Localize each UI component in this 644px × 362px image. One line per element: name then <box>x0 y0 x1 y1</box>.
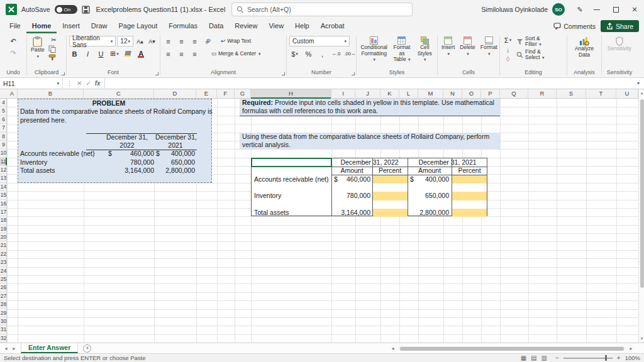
view-layout-icon[interactable]: ▤ <box>531 354 536 361</box>
ribbon-tab-file[interactable]: File <box>4 19 26 33</box>
font-color-button[interactable]: A <box>136 48 147 59</box>
merge-center-button[interactable]: ▭ Merge & Center ▾ <box>211 51 261 57</box>
redo-button[interactable]: ↷ <box>8 48 19 58</box>
search-box[interactable]: Search (Alt+Q) <box>231 3 413 16</box>
format-painter-button[interactable] <box>48 54 56 61</box>
column-header-P[interactable]: P <box>481 89 500 99</box>
input-cell-yellow[interactable] <box>373 209 408 217</box>
wrap-text-button[interactable]: ↩ Wrap Text <box>221 38 251 44</box>
column-header-K[interactable]: K <box>380 89 399 99</box>
ribbon-tab-view[interactable]: View <box>263 19 289 33</box>
column-header-Q[interactable]: Q <box>500 89 528 99</box>
view-break-icon[interactable]: ▥ <box>541 354 547 361</box>
column-header-C[interactable]: C <box>84 89 154 99</box>
horizontal-scrollbar[interactable]: ◂ ▸ <box>389 346 635 351</box>
sheet-tab-enter-answer[interactable]: Enter Answer <box>21 343 78 353</box>
undo-button[interactable]: ↶ <box>8 36 19 47</box>
maximize-button[interactable] <box>606 0 625 19</box>
font-dialog-launcher[interactable] <box>155 72 158 75</box>
decrease-font-button[interactable]: A▾ <box>147 36 157 47</box>
sort-filter-button[interactable]: Sort &Filter ▾ <box>516 36 545 47</box>
avatar[interactable]: SO <box>552 3 565 16</box>
font-size-combo[interactable]: 12 ▾ <box>117 36 133 47</box>
input-cell-yellow[interactable] <box>373 175 408 184</box>
column-header-M[interactable]: M <box>418 89 443 99</box>
zoom-slider[interactable] <box>564 358 613 359</box>
hscroll-left-icon[interactable]: ◂ <box>389 346 397 351</box>
column-header-A[interactable]: A <box>7 89 18 99</box>
column-header-H[interactable]: H <box>251 89 331 99</box>
input-cell-yellow[interactable] <box>452 175 487 184</box>
comma-style-button[interactable]: , <box>317 48 328 59</box>
input-cell-yellow[interactable] <box>373 192 408 200</box>
accounting-format-button[interactable]: $▾ <box>289 48 300 59</box>
bold-button[interactable]: B <box>69 48 80 59</box>
sensitivity-button[interactable]: Sensitivity <box>606 36 633 69</box>
autosum-button[interactable]: Σ▾ <box>502 36 513 44</box>
zoom-in-button[interactable]: + <box>617 354 621 361</box>
formula-bar-splitter[interactable]: ⋮ <box>67 80 73 87</box>
insert-cells-button[interactable]: Insert ▾ <box>440 36 456 57</box>
formula-input[interactable] <box>105 78 633 89</box>
autosave-toggle[interactable]: On <box>55 5 77 14</box>
column-header-N[interactable]: N <box>443 89 462 99</box>
comments-button[interactable]: Comments <box>553 23 596 30</box>
column-header-F[interactable]: F <box>217 89 235 99</box>
input-cell-yellow[interactable] <box>452 192 487 200</box>
align-middle-button[interactable]: ≡ <box>176 36 187 47</box>
column-header-B[interactable]: B <box>18 89 84 99</box>
ribbon-tab-data[interactable]: Data <box>203 19 229 33</box>
scroll-down-icon[interactable]: ▾ <box>639 336 644 341</box>
format-cells-button[interactable]: Format ▾ <box>479 36 499 57</box>
column-header-I[interactable]: I <box>331 89 355 99</box>
close-button[interactable]: ✕ <box>625 0 644 19</box>
percent-style-button[interactable]: % <box>303 48 314 59</box>
column-header-D[interactable]: D <box>154 89 196 99</box>
delete-cells-button[interactable]: Delete ▾ <box>458 36 477 57</box>
number-format-combo[interactable]: Custom ▾ <box>289 36 350 47</box>
font-name-combo[interactable]: Liberation Sans ▾ <box>69 36 116 47</box>
increase-decimal-button[interactable]: ←.0 <box>331 48 341 59</box>
input-cell-yellow[interactable] <box>452 209 487 217</box>
minimize-button[interactable] <box>587 0 606 19</box>
alignment-dialog-launcher[interactable] <box>282 72 285 75</box>
borders-button[interactable]: ⊞▾ <box>109 48 120 59</box>
align-left-button[interactable]: ≡ <box>163 48 174 59</box>
hscroll-thumb[interactable] <box>400 347 624 351</box>
cell-styles-button[interactable]: Cell Styles ▾ <box>415 36 435 63</box>
fill-button[interactable]: ↓ <box>502 45 513 53</box>
ribbon-tab-draw[interactable]: Draw <box>86 19 113 33</box>
scroll-up-icon[interactable]: ▴ <box>639 90 644 96</box>
align-center-button[interactable]: ≡ <box>176 48 187 59</box>
sheet-nav-left-icon[interactable]: ◂ <box>2 346 10 351</box>
feedback-pen-icon[interactable]: ✎ <box>572 6 587 14</box>
vertical-scrollbar[interactable]: ▴ ▾ <box>638 89 644 343</box>
ribbon-tab-home[interactable]: Home <box>26 19 57 33</box>
sheet-area[interactable]: ABCDEFGHIJKLMNOPQRSTU 456789101112131415… <box>0 89 638 343</box>
share-button[interactable]: Share <box>601 20 639 32</box>
save-icon[interactable] <box>82 6 90 14</box>
align-right-button[interactable]: ≡ <box>189 48 200 59</box>
vertical-scroll-thumb[interactable] <box>640 99 644 288</box>
fill-color-button[interactable] <box>123 48 133 59</box>
sheet-nav-right-icon[interactable]: ▸ <box>10 346 18 351</box>
clipboard-dialog-launcher[interactable] <box>62 72 65 75</box>
paste-button[interactable]: Paste ▾ <box>30 36 46 60</box>
column-header-E[interactable]: E <box>196 89 217 99</box>
enter-icon[interactable]: ✓ <box>86 80 91 87</box>
view-normal-icon[interactable]: ▦ <box>521 354 526 361</box>
cancel-icon[interactable]: ✕ <box>77 80 82 87</box>
analyze-data-button[interactable]: Analyze Data <box>574 36 595 69</box>
zoom-slider-thumb[interactable] <box>605 355 607 361</box>
column-header-S[interactable]: S <box>557 89 586 99</box>
formula-expand-icon[interactable]: ▾ <box>633 80 644 86</box>
conditional-formatting-button[interactable]: Conditional Formatting ▾ <box>359 36 389 63</box>
column-header-O[interactable]: O <box>462 89 481 99</box>
find-select-button[interactable]: Find &Select ▾ <box>516 49 545 60</box>
ribbon-tab-help[interactable]: Help <box>289 19 315 33</box>
name-box[interactable]: H11 ▾ <box>0 78 63 89</box>
column-header-L[interactable]: L <box>399 89 418 99</box>
hscroll-right-icon[interactable]: ▸ <box>627 346 635 351</box>
ribbon-tab-insert[interactable]: Insert <box>57 19 86 33</box>
column-header-G[interactable]: G <box>235 89 251 99</box>
